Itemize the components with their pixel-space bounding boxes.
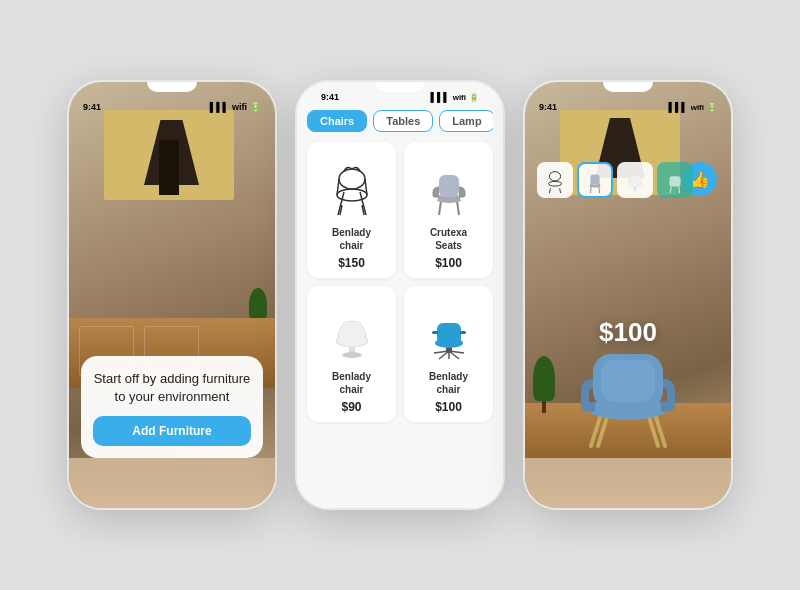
thumbnail-strip (537, 162, 693, 198)
floor-1 (69, 458, 275, 508)
status-time-3: 9:41 (539, 102, 557, 112)
status-icons-3: ▌▌▌ wifi 🔋 (669, 102, 717, 112)
svg-line-25 (560, 188, 561, 193)
wifi-icon: wifi (232, 102, 247, 112)
artwork-stripe-1 (159, 140, 179, 195)
phone-1: 9:41 ▌▌▌ wifi 🔋 Start off by adding furn… (67, 80, 277, 510)
notch-2 (375, 82, 425, 92)
svg-rect-23 (460, 331, 466, 334)
battery-icon-3: 🔋 (707, 103, 717, 112)
svg-line-29 (599, 187, 600, 194)
notch-3 (603, 82, 653, 92)
add-furniture-card: Start off by adding furniture to your en… (81, 356, 263, 458)
phone-2: 9:41 ▌▌▌ wifi 🔋 Chairs Tables Lamp (295, 80, 505, 510)
phone2-content: 9:41 ▌▌▌ wifi 🔋 Chairs Tables Lamp (297, 82, 503, 508)
product-name-2: CrutexaSeats (430, 226, 467, 252)
status-bar-3: 9:41 ▌▌▌ wifi 🔋 (525, 96, 731, 114)
svg-point-26 (548, 181, 561, 186)
product-card-2[interactable]: CrutexaSeats $100 (404, 142, 493, 278)
signal-icon-2: ▌▌▌ (431, 92, 450, 102)
phone-3: 👍 (523, 80, 733, 510)
wifi-icon-3: wifi (691, 103, 704, 112)
status-time-1: 9:41 (83, 102, 101, 112)
thumb-chair-svg-2 (581, 166, 609, 194)
thumb-chair-svg-1 (541, 166, 569, 194)
product-image-1 (317, 152, 387, 222)
product-card-1[interactable]: Benladychair $150 (307, 142, 396, 278)
svg-point-12 (342, 352, 362, 358)
battery-icon-2: 🔋 (469, 93, 479, 102)
svg-rect-10 (439, 175, 459, 197)
svg-rect-41 (601, 360, 655, 402)
filter-tabs: Chairs Tables Lamp (307, 110, 493, 132)
overlay-text: Start off by adding furniture to your en… (93, 370, 251, 406)
product-price-3: $90 (341, 400, 361, 414)
tab-chairs[interactable]: Chairs (307, 110, 367, 132)
status-time-2: 9:41 (321, 92, 339, 102)
tab-tables[interactable]: Tables (373, 110, 433, 132)
svg-point-5 (339, 169, 365, 189)
svg-line-24 (549, 188, 550, 193)
svg-line-9 (457, 201, 459, 215)
product-price-4: $100 (435, 400, 462, 414)
chair-svg-4 (419, 301, 479, 361)
svg-rect-21 (437, 323, 461, 345)
product-name-4: Benladychair (429, 370, 468, 396)
chair-svg-2 (419, 157, 479, 217)
status-bar-1: 9:41 ▌▌▌ wifi 🔋 (69, 96, 275, 114)
product-card-3[interactable]: Benladychair $90 (307, 286, 396, 422)
wifi-icon-2: wifi (453, 93, 466, 102)
svg-line-34 (670, 187, 671, 194)
thumb-chair-svg-3 (621, 166, 649, 194)
thumbs-up-icon: 👍 (690, 170, 710, 189)
svg-point-4 (337, 189, 367, 201)
thumb-chair-svg-4 (661, 166, 689, 194)
product-price-1: $150 (338, 256, 365, 270)
svg-line-28 (590, 187, 591, 194)
thumb-item-2[interactable] (577, 162, 613, 198)
product-image-2 (414, 152, 484, 222)
product-card-4[interactable]: Benladychair $100 (404, 286, 493, 422)
status-icons-2: ▌▌▌ wifi 🔋 (431, 92, 479, 102)
svg-line-8 (439, 201, 441, 215)
svg-point-27 (549, 172, 560, 181)
status-icons-1: ▌▌▌ wifi 🔋 (210, 102, 261, 112)
add-furniture-button[interactable]: Add Furniture (93, 416, 251, 446)
product-price-2: $100 (435, 256, 462, 270)
plant-3 (533, 356, 555, 413)
room-scene-3: 👍 (525, 82, 731, 508)
svg-rect-33 (669, 176, 680, 186)
product-name-1: Benladychair (332, 226, 371, 252)
floor-3 (525, 458, 731, 508)
artwork-1 (104, 110, 234, 200)
chair-svg-3 (322, 301, 382, 361)
product-grid: Benladychair $150 (307, 142, 493, 422)
signal-icon-3: ▌▌▌ (669, 102, 688, 112)
product-image-4 (414, 296, 484, 366)
product-name-3: Benladychair (332, 370, 371, 396)
thumb-item-1[interactable] (537, 162, 573, 198)
notch-1 (147, 82, 197, 92)
svg-rect-22 (432, 331, 438, 334)
svg-line-35 (679, 187, 680, 194)
tab-lamps[interactable]: Lamp (439, 110, 493, 132)
battery-icon: 🔋 (250, 102, 261, 112)
svg-rect-30 (590, 174, 599, 184)
price-tag: $100 (599, 317, 657, 348)
signal-icon: ▌▌▌ (210, 102, 229, 112)
chair-svg-1 (322, 157, 382, 217)
thumb-item-4[interactable] (657, 162, 693, 198)
thumb-item-3[interactable] (617, 162, 653, 198)
svg-rect-31 (634, 187, 637, 191)
product-image-3 (317, 296, 387, 366)
